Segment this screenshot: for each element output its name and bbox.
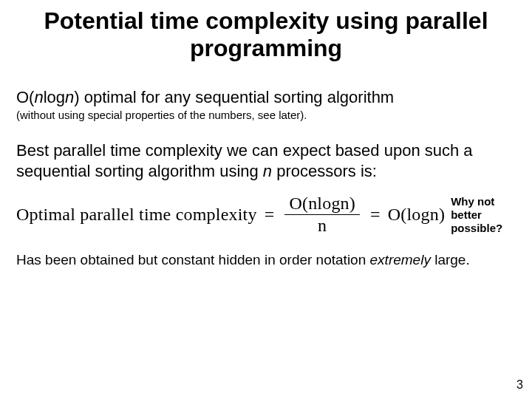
text: O( xyxy=(16,88,34,106)
slide-title: Potential time complexity using parallel… xyxy=(16,7,516,62)
aside-question: Why not better possible? xyxy=(451,195,516,235)
eq-numerator: O(nlogn) xyxy=(284,194,360,215)
eq-denominator: n xyxy=(318,215,327,235)
text: log xyxy=(44,88,65,106)
var-n: n xyxy=(263,162,272,180)
emphasis: extremely xyxy=(370,252,431,267)
eq-rhs: O(logn) xyxy=(388,205,445,225)
qualifier-note: (without using special properties of the… xyxy=(16,109,516,121)
closing-remark: Has been obtained but constant hidden in… xyxy=(16,251,516,269)
page-number: 3 xyxy=(516,378,523,392)
equation-row: Optimal parallel time complexity = O(nlo… xyxy=(16,194,516,235)
text: large. xyxy=(431,252,470,267)
complexity-statement: O(nlogn) optimal for any sequential sort… xyxy=(16,87,516,108)
parallel-claim: Best parallel time complexity we can exp… xyxy=(16,140,516,181)
eq-fraction: O(nlogn) n xyxy=(284,194,360,235)
text: ) optimal for any sequential sorting alg… xyxy=(74,88,394,106)
slide: Potential time complexity using parallel… xyxy=(0,0,532,399)
var-n: n xyxy=(34,88,43,106)
equation: Optimal parallel time complexity = O(nlo… xyxy=(16,194,445,235)
text: Best parallel time complexity we can exp… xyxy=(16,141,473,180)
eq-equals: = xyxy=(370,205,381,225)
text: processors is: xyxy=(272,162,377,180)
text: Has been obtained but constant hidden in… xyxy=(16,252,370,267)
eq-equals: = xyxy=(265,205,275,225)
var-n: n xyxy=(65,88,74,106)
eq-lhs: Optimal parallel time complexity xyxy=(16,205,257,225)
